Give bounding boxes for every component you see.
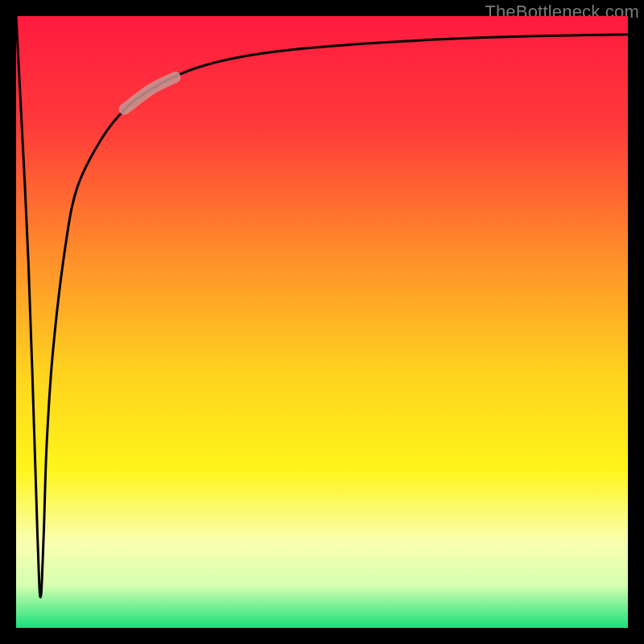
plot-frame	[16, 16, 628, 628]
chart-curve	[16, 16, 628, 628]
chart-container: TheBottleneck.com	[0, 0, 644, 644]
